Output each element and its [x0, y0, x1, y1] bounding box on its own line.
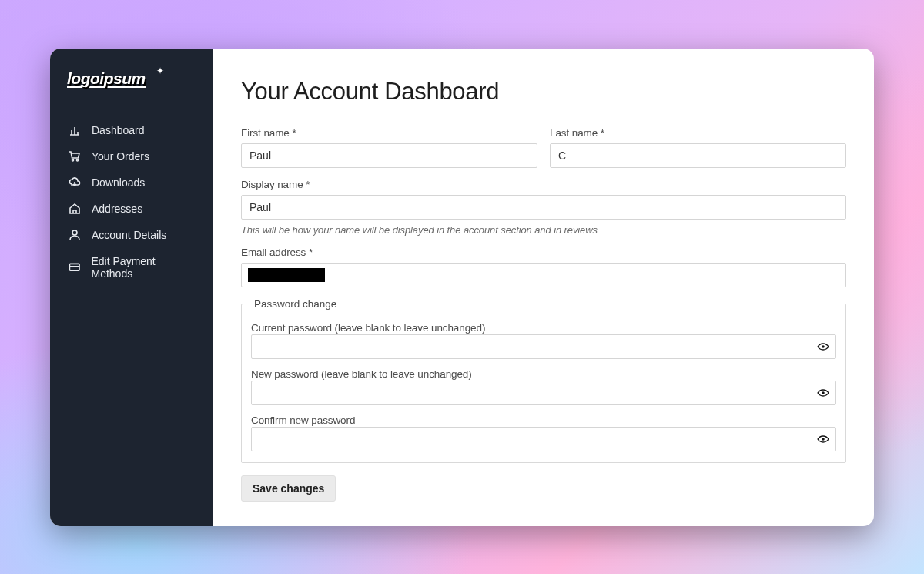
new-password-label: New password (leave blank to leave uncha…	[251, 368, 472, 380]
display-name-row: Display name * This will be how your nam…	[241, 179, 846, 236]
sidebar-item-label: Addresses	[92, 203, 142, 215]
sidebar-item-addresses[interactable]: Addresses	[67, 198, 198, 220]
logo-text: logoipsum	[67, 70, 146, 88]
last-name-field: Last name *	[550, 127, 846, 168]
sidebar: logoipsum ✦ Dashboard Your Orders Down	[50, 49, 213, 526]
bar-chart-icon	[69, 124, 81, 136]
redacted-bar	[248, 268, 325, 282]
last-name-input[interactable]	[550, 143, 846, 168]
sidebar-item-label: Dashboard	[92, 124, 145, 136]
sidebar-item-label: Downloads	[92, 176, 145, 189]
current-password-input[interactable]	[251, 334, 836, 359]
save-button[interactable]: Save changes	[241, 475, 336, 502]
eye-icon[interactable]	[816, 386, 830, 400]
name-row: First name * Last name *	[241, 127, 846, 168]
email-field: Email address *	[241, 247, 846, 287]
svg-point-6	[822, 438, 825, 441]
eye-icon[interactable]	[816, 432, 830, 446]
page-title: Your Account Dashboard	[241, 78, 846, 106]
email-row: Email address *	[241, 247, 846, 287]
sidebar-item-dashboard[interactable]: Dashboard	[67, 119, 198, 141]
eye-icon[interactable]	[816, 340, 830, 354]
display-name-hint: This will be how your name will be displ…	[241, 224, 846, 236]
current-password-label: Current password (leave blank to leave u…	[251, 322, 485, 334]
password-legend: Password change	[251, 298, 340, 310]
confirm-password-input[interactable]	[251, 427, 836, 451]
email-input[interactable]	[241, 263, 846, 287]
confirm-password-field: Confirm new password	[251, 413, 836, 451]
sidebar-nav: Dashboard Your Orders Downloads Addresse…	[67, 119, 198, 284]
cloud-download-icon	[69, 176, 81, 189]
first-name-input[interactable]	[241, 143, 537, 168]
display-name-input[interactable]	[241, 195, 846, 220]
sidebar-item-payment-methods[interactable]: Edit Payment Methods	[67, 250, 198, 284]
sparkle-icon: ✦	[156, 65, 164, 76]
cart-icon	[69, 150, 81, 163]
current-password-field: Current password (leave blank to leave u…	[251, 321, 836, 359]
confirm-password-label: Confirm new password	[251, 415, 355, 426]
display-name-label: Display name *	[241, 179, 846, 190]
sidebar-item-account-details[interactable]: Account Details	[67, 224, 198, 246]
user-icon	[69, 229, 81, 241]
svg-point-1	[77, 159, 79, 161]
sidebar-item-label: Your Orders	[92, 150, 149, 163]
password-change-fieldset: Password change Current password (leave …	[241, 298, 846, 463]
email-label: Email address *	[241, 247, 846, 258]
sidebar-item-downloads[interactable]: Downloads	[67, 172, 198, 193]
sidebar-item-label: Account Details	[92, 229, 166, 241]
first-name-label: First name *	[241, 127, 537, 139]
svg-point-5	[822, 391, 825, 394]
app-card: logoipsum ✦ Dashboard Your Orders Down	[50, 49, 874, 526]
svg-point-2	[72, 230, 77, 235]
credit-card-icon	[69, 261, 81, 274]
home-icon	[69, 203, 81, 215]
svg-rect-3	[69, 264, 79, 270]
main-content: Your Account Dashboard First name * Last…	[213, 49, 874, 526]
display-name-field: Display name * This will be how your nam…	[241, 179, 846, 236]
svg-point-4	[822, 345, 825, 348]
new-password-field: New password (leave blank to leave uncha…	[251, 367, 836, 405]
sidebar-item-label: Edit Payment Methods	[92, 255, 197, 280]
svg-point-0	[72, 159, 74, 161]
last-name-label: Last name *	[550, 127, 846, 139]
logo: logoipsum ✦	[67, 70, 156, 90]
sidebar-item-orders[interactable]: Your Orders	[67, 146, 198, 167]
first-name-field: First name *	[241, 127, 537, 168]
new-password-input[interactable]	[251, 381, 836, 405]
